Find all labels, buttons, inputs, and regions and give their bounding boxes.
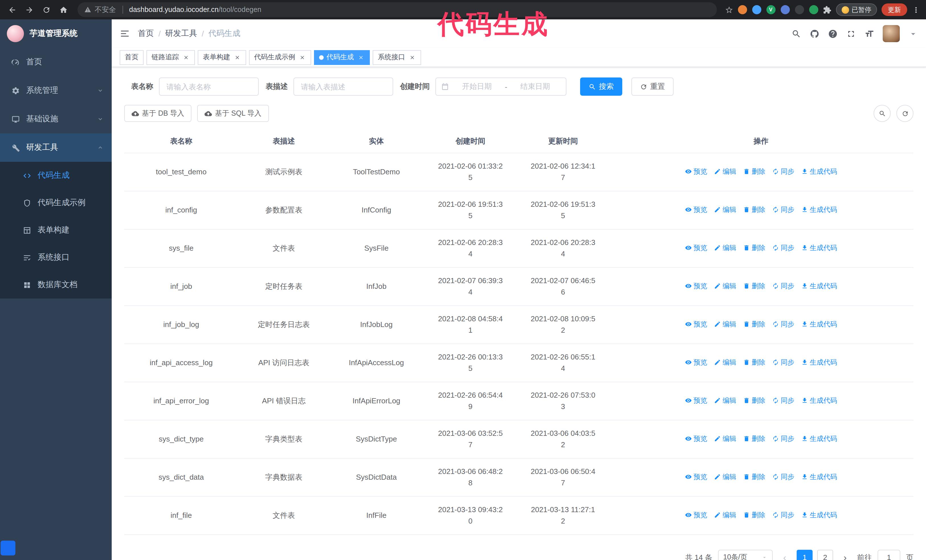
fox-extension-icon[interactable] [738,5,747,14]
app-logo[interactable]: 芋道管理系统 [0,20,112,48]
sidebar-item-infra[interactable]: 基础设施 [0,105,112,133]
refresh-table-button[interactable] [896,105,914,122]
action-sync-link[interactable]: 同步 [772,471,794,482]
action-edit-link[interactable]: 编辑 [714,166,736,177]
forward-icon[interactable] [23,3,35,16]
update-button[interactable]: 更新 [882,3,907,16]
import-db-button[interactable]: 基于 DB 导入 [124,105,192,122]
sidebar-collapse-icon[interactable] [120,29,130,39]
sidebar-item-home[interactable]: 首页 [0,48,112,76]
goto-page-input[interactable] [878,549,900,560]
action-sync-link[interactable]: 同步 [772,356,794,368]
tab-api[interactable]: 系统接口 [373,50,421,65]
action-sync-link[interactable]: 同步 [772,509,794,521]
next-page-button[interactable]: › [839,553,851,560]
back-icon[interactable] [6,3,18,16]
action-sync-link[interactable]: 同步 [772,433,794,444]
sidebar-item-form-builder[interactable]: 表单构建 [0,216,112,244]
table-name-input[interactable] [159,77,259,96]
action-sync-link[interactable]: 同步 [772,280,794,291]
bookmark-star-icon[interactable] [725,5,733,14]
action-preview-link[interactable]: 预览 [685,471,707,482]
fullscreen-icon[interactable] [846,29,856,38]
font-size-icon[interactable] [864,29,874,38]
people-extension-icon[interactable] [781,5,790,14]
action-preview-link[interactable]: 预览 [685,356,707,368]
kebab-menu-icon[interactable] [912,5,920,14]
action-generate-link[interactable]: 生成代码 [801,166,837,177]
action-sync-link[interactable]: 同步 [772,204,794,215]
sidebar-item-codegen-example[interactable]: 代码生成示例 [0,189,112,216]
sidebar-item-api[interactable]: 系统接口 [0,244,112,271]
page-button-1[interactable]: 1 [797,549,813,560]
page-size-select[interactable]: 10条/页 [718,549,773,560]
action-delete-link[interactable]: 删除 [743,509,765,521]
action-edit-link[interactable]: 编辑 [714,242,736,253]
action-preview-link[interactable]: 预览 [685,242,707,253]
action-edit-link[interactable]: 编辑 [714,471,736,482]
tab-close-icon[interactable] [182,53,190,61]
search-button[interactable]: 搜索 [580,77,622,96]
security-label[interactable]: 不安全 [95,5,116,15]
action-preview-link[interactable]: 预览 [685,318,707,329]
tab-home[interactable]: 首页 [120,50,144,65]
action-delete-link[interactable]: 删除 [743,166,765,177]
action-delete-link[interactable]: 删除 [743,433,765,444]
help-icon[interactable] [828,29,838,38]
action-delete-link[interactable]: 删除 [743,356,765,368]
action-generate-link[interactable]: 生成代码 [801,471,837,482]
github-icon[interactable] [810,29,819,38]
action-delete-link[interactable]: 删除 [743,204,765,215]
breadcrumb-item[interactable]: 代码生成 [209,29,241,39]
toggle-search-button[interactable] [873,105,891,122]
action-generate-link[interactable]: 生成代码 [801,394,837,406]
action-generate-link[interactable]: 生成代码 [801,509,837,521]
action-edit-link[interactable]: 编辑 [714,204,736,215]
action-edit-link[interactable]: 编辑 [714,509,736,521]
page-button-2[interactable]: 2 [817,549,833,560]
tab-close-icon[interactable] [233,53,241,61]
table-desc-input[interactable] [294,77,393,96]
action-sync-link[interactable]: 同步 [772,166,794,177]
action-generate-link[interactable]: 生成代码 [801,204,837,215]
action-edit-link[interactable]: 编辑 [714,280,736,291]
action-delete-link[interactable]: 删除 [743,242,765,253]
action-sync-link[interactable]: 同步 [772,318,794,329]
action-edit-link[interactable]: 编辑 [714,433,736,444]
action-generate-link[interactable]: 生成代码 [801,356,837,368]
tab-codegen[interactable]: 代码生成 [314,50,370,65]
action-edit-link[interactable]: 编辑 [714,318,736,329]
tab-close-icon[interactable] [408,53,416,61]
user-avatar[interactable] [883,25,900,42]
action-generate-link[interactable]: 生成代码 [801,318,837,329]
action-preview-link[interactable]: 预览 [685,204,707,215]
action-preview-link[interactable]: 预览 [685,433,707,444]
extensions-puzzle-icon[interactable] [823,5,831,14]
tab-form-builder[interactable]: 表单构建 [198,50,246,65]
keyboard-extension-icon[interactable] [794,5,804,14]
action-delete-link[interactable]: 删除 [743,394,765,406]
reset-button[interactable]: 重置 [631,77,673,96]
leaf-extension-icon[interactable] [809,5,818,14]
action-delete-link[interactable]: 删除 [743,280,765,291]
reload-icon[interactable] [40,3,53,16]
import-sql-button[interactable]: 基于 SQL 导入 [197,105,269,122]
home-icon[interactable] [57,3,70,16]
action-edit-link[interactable]: 编辑 [714,394,736,406]
action-generate-link[interactable]: 生成代码 [801,433,837,444]
action-preview-link[interactable]: 预览 [685,394,707,406]
tab-codegen-example[interactable]: 代码生成示例 [249,50,311,65]
sidebar-item-system[interactable]: 系统管理 [0,76,112,105]
breadcrumb-item[interactable]: 研发工具 [165,29,197,39]
tab-close-icon[interactable] [298,53,306,61]
action-sync-link[interactable]: 同步 [772,242,794,253]
drop-extension-icon[interactable] [752,5,761,14]
sidebar-item-codegen[interactable]: 代码生成 [0,162,112,189]
floating-corner-widget[interactable] [1,540,15,555]
tab-tracing[interactable]: 链路追踪 [147,50,195,65]
paused-badge[interactable]: 已暂停 [836,3,877,16]
action-delete-link[interactable]: 删除 [743,471,765,482]
action-delete-link[interactable]: 删除 [743,318,765,329]
create-time-range-picker[interactable]: 开始日期 - 结束日期 [435,77,566,96]
action-preview-link[interactable]: 预览 [685,280,707,291]
